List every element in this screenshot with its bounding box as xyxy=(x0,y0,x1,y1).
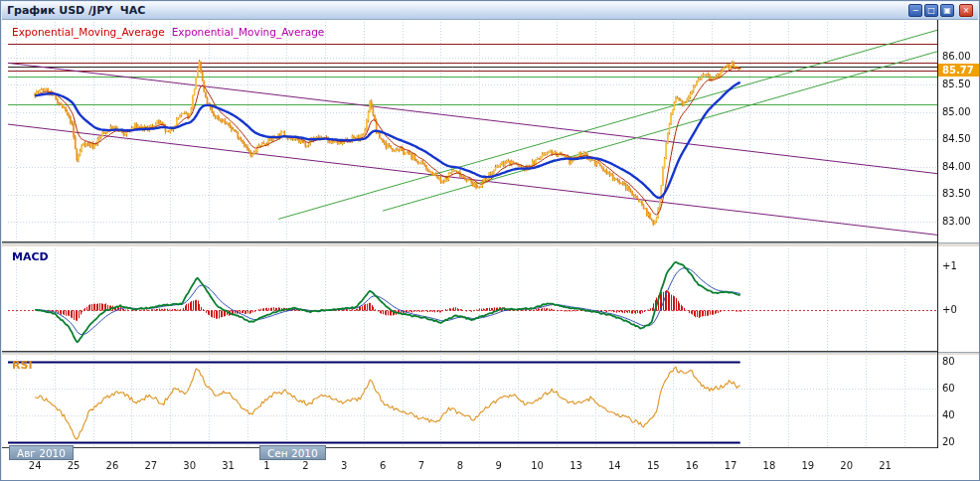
month-badge-aug-2010: Авг 2010 xyxy=(9,445,74,460)
indicator-labels-ema: Exponential_Moving_AverageExponential_Mo… xyxy=(12,26,324,38)
chart-window: График USD /JPY ЧАС − □ ▣ × Exponential_… xyxy=(0,0,980,481)
indicator-label-ema-2: Exponential_Moving_Average xyxy=(172,26,325,38)
close-button[interactable]: × xyxy=(959,4,973,17)
price-chart-canvas[interactable] xyxy=(2,20,980,481)
window-controls: − □ ▣ × xyxy=(908,4,973,17)
maximize-button[interactable]: ▣ xyxy=(940,4,954,17)
month-badge-sep-2010: Сен 2010 xyxy=(259,445,326,460)
minimize-button[interactable]: − xyxy=(908,4,922,17)
window-title: График USD /JPY ЧАС xyxy=(7,4,908,17)
indicator-label-macd: MACD xyxy=(12,250,49,263)
restore-button[interactable]: □ xyxy=(924,4,938,17)
indicator-label-rsi: RSI xyxy=(12,359,33,372)
indicator-label-ema-1: Exponential_Moving_Average xyxy=(12,26,165,38)
title-bar[interactable]: График USD /JPY ЧАС − □ ▣ × xyxy=(2,2,978,20)
